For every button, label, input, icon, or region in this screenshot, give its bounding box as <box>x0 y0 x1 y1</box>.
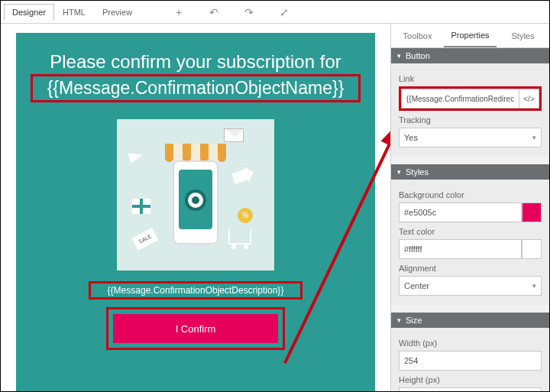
bgcolor-swatch[interactable] <box>522 202 542 222</box>
redo-button[interactable]: ↷ <box>241 5 257 20</box>
hero-image[interactable]: SALE % <box>117 119 274 271</box>
section-size: Width (px) Height (px) <box>391 328 549 391</box>
megaphone-icon <box>231 169 250 184</box>
tab-preview[interactable]: Preview <box>94 4 141 21</box>
section-styles-header[interactable]: Styles <box>391 164 549 180</box>
tab-designer[interactable]: Designer <box>4 4 54 21</box>
gift-icon <box>132 199 150 214</box>
section-button: Link </> Tracking Yes <box>391 63 549 157</box>
height-input[interactable] <box>399 387 542 391</box>
top-toolbar: Designer HTML Preview + ↶ ↷ ⤢ <box>1 1 549 24</box>
paper-plane-icon <box>128 150 144 164</box>
awning-icon <box>165 144 226 162</box>
width-input[interactable] <box>399 351 542 371</box>
section-size-header[interactable]: Size <box>391 313 549 328</box>
canvas-area[interactable]: Please confirm your subscription for {{M… <box>1 24 390 391</box>
tab-toolbox[interactable]: Toolbox <box>391 24 444 47</box>
percent-badge-icon: % <box>238 208 253 223</box>
heading-text[interactable]: Please confirm your subscription for <box>16 51 375 73</box>
alignment-select[interactable]: Center <box>399 276 542 296</box>
svg-line-0 <box>285 123 390 363</box>
target-icon <box>185 190 206 211</box>
collapse-button[interactable]: ⤢ <box>277 5 292 20</box>
main-body: Please confirm your subscription for {{M… <box>1 24 549 391</box>
sidepanel-body: Button Link </> Tracking Yes Styles Back… <box>391 48 549 391</box>
toolbar-buttons: + ↶ ↷ ⤢ <box>171 5 292 20</box>
sale-tag-icon: SALE <box>132 228 159 251</box>
object-desc-macro[interactable]: {{Message.ConfirmationObjectDescription}… <box>89 281 302 300</box>
tab-properties[interactable]: Properties <box>444 24 497 47</box>
section-styles: Background color Text color Alignment Ce… <box>391 180 549 305</box>
tab-styles[interactable]: Styles <box>497 24 549 47</box>
textcolor-input[interactable] <box>399 239 522 259</box>
bgcolor-label: Background color <box>399 190 542 199</box>
app-frame: Designer HTML Preview + ↶ ↷ ⤢ Please con… <box>0 0 550 392</box>
sidepanel-tabs: Toolbox Properties Styles <box>391 24 549 48</box>
tracking-label: Tracking <box>399 115 542 125</box>
tracking-select[interactable]: Yes <box>399 128 542 147</box>
confirm-button-highlight: I Confirm <box>106 307 285 350</box>
link-label: Link <box>399 74 542 83</box>
link-macro-button[interactable]: </> <box>519 89 539 109</box>
object-name-macro[interactable]: {{Message.ConfirmationObjectName}} <box>31 74 361 102</box>
envelope-icon <box>224 128 244 142</box>
height-label: Height (px) <box>399 375 542 384</box>
width-label: Width (px) <box>399 339 542 348</box>
email-canvas[interactable]: Please confirm your subscription for {{M… <box>16 33 375 391</box>
add-button[interactable]: + <box>171 5 186 20</box>
confirm-button[interactable]: I Confirm <box>113 314 278 343</box>
textcolor-swatch[interactable] <box>522 239 542 259</box>
view-tabs: Designer HTML Preview <box>4 4 141 21</box>
side-panel: Toolbox Properties Styles Button Link </… <box>390 24 549 391</box>
alignment-label: Alignment <box>399 264 542 273</box>
undo-button[interactable]: ↶ <box>206 5 222 20</box>
phone-icon <box>173 160 218 245</box>
cart-icon <box>228 229 251 245</box>
section-button-header[interactable]: Button <box>391 48 549 63</box>
link-field-highlight: </> <box>399 86 542 111</box>
link-input[interactable] <box>401 89 519 109</box>
bgcolor-input[interactable] <box>399 202 522 222</box>
tab-html[interactable]: HTML <box>54 4 94 21</box>
textcolor-label: Text color <box>399 227 542 236</box>
